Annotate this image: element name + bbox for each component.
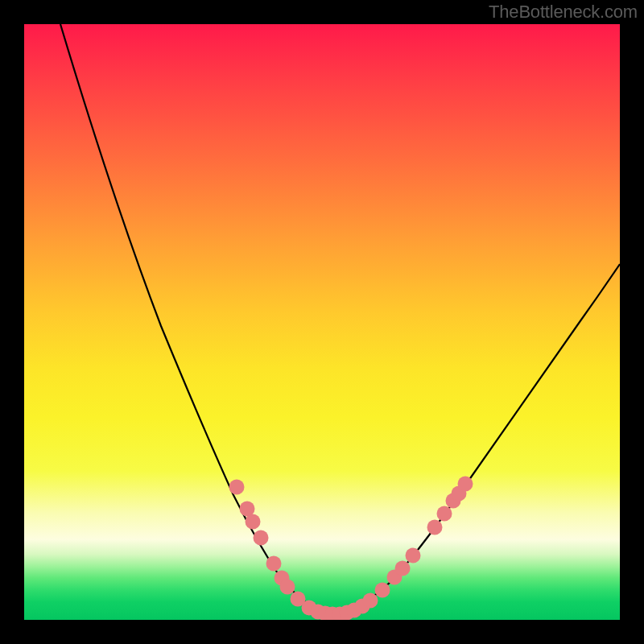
chart-svg — [24, 24, 620, 620]
data-marker — [280, 580, 295, 595]
bottleneck-curve-path — [60, 24, 620, 614]
data-marker — [254, 530, 269, 546]
data-marker — [437, 506, 452, 522]
data-marker — [427, 520, 443, 535]
data-marker — [406, 548, 421, 564]
data-marker — [363, 593, 378, 609]
chart-plot-area — [24, 24, 620, 620]
data-marker — [458, 477, 473, 492]
data-marker — [246, 514, 261, 530]
data-marker — [375, 583, 390, 598]
data-marker — [229, 480, 245, 495]
data-marker — [266, 556, 282, 572]
watermark-text: TheBottleneck.com — [489, 2, 638, 23]
data-marker — [395, 561, 411, 576]
marker-group — [229, 477, 473, 621]
